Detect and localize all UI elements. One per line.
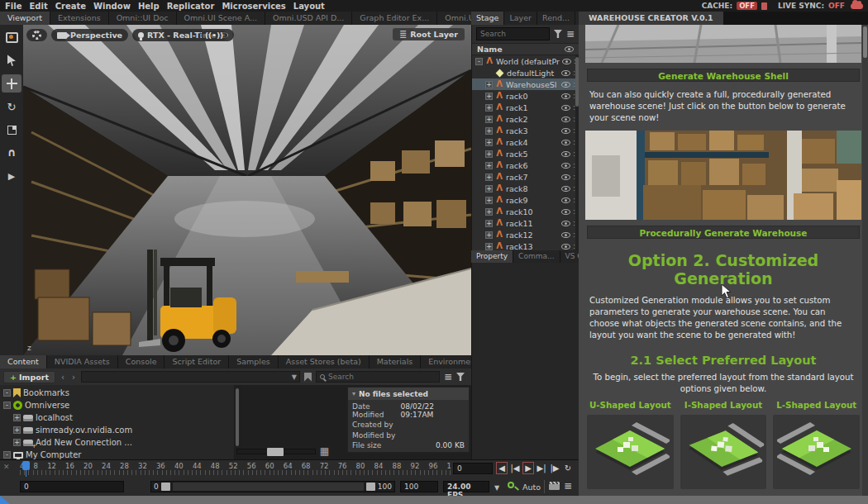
content-tab[interactable]: Materials [370, 355, 422, 368]
doc-tab[interactable]: Viewport [0, 12, 50, 25]
visibility-eye-icon[interactable] [562, 59, 571, 64]
visibility-eye-icon[interactable] [561, 151, 570, 157]
content-list-view-icon[interactable]: ≡ [444, 373, 452, 381]
creator-scroll-thumb[interactable] [863, 26, 867, 58]
viewport-3d[interactable]: Perspective RTX - Real-Time ((•)) ≣Root … [23, 25, 471, 355]
menu-item[interactable]: File [5, 2, 21, 11]
stage-tree-row[interactable]: + rack2 : [472, 113, 579, 125]
visibility-eye-icon[interactable] [561, 232, 570, 238]
stage-tree-row[interactable]: + rack4 : [472, 136, 579, 148]
expander-icon[interactable]: + [485, 220, 493, 227]
expander-icon[interactable]: - [3, 402, 11, 409]
icon-size-track[interactable] [236, 449, 316, 454]
stage-tree-row[interactable]: - World (defaultPr : [472, 55, 579, 67]
visibility-eye-icon[interactable] [561, 186, 570, 192]
stage-tree-row[interactable]: + rack0 : [472, 90, 579, 102]
procedurally-generate-warehouse-button[interactable]: Procedurally Generate Warehouse [587, 226, 860, 239]
grid-view-icon[interactable]: ▦ [320, 446, 329, 456]
stage-tree-row[interactable]: + rack1 : [472, 102, 579, 113]
expander-icon[interactable]: + [485, 162, 493, 169]
visibility-eye-icon[interactable] [561, 128, 570, 134]
expander-icon[interactable]: + [485, 150, 493, 158]
stage-tree-row[interactable]: defaultLight : [472, 67, 579, 78]
visibility-eye-icon[interactable] [561, 82, 570, 88]
range-end-handle[interactable] [366, 483, 375, 491]
chevron-down-icon[interactable]: ▼ [292, 373, 297, 381]
root-layer-button[interactable]: ≣Root Layer [393, 28, 465, 40]
expander-icon[interactable]: + [485, 139, 493, 146]
content-tree-row[interactable]: + simready.ov.nvidia.com [0, 424, 234, 436]
doc-tab[interactable]: Omni.UI Graph... [437, 12, 471, 25]
expander-icon[interactable]: + [485, 81, 493, 88]
content-tree-row[interactable]: - Omniverse [0, 399, 234, 411]
content-tree-scroll-thumb[interactable] [236, 388, 239, 446]
visibility-eye-icon[interactable] [561, 174, 570, 180]
menu-item[interactable]: Microservices [222, 2, 285, 11]
navigation-tool-button[interactable] [2, 28, 21, 46]
stage-tree-row[interactable]: + rack5 : [472, 148, 579, 159]
menu-item[interactable]: Window [93, 2, 131, 11]
content-tab[interactable]: Content [0, 355, 47, 368]
menu-item[interactable]: Edit [29, 2, 47, 11]
play-button[interactable]: ▶ [522, 462, 534, 474]
stage-tree-row[interactable]: + rack12 : [472, 229, 579, 240]
doc-tab[interactable]: Graph Editor Ex... [352, 12, 437, 25]
path-combo-box[interactable]: ▼ [81, 371, 300, 383]
content-tab[interactable]: Script Editor [165, 355, 229, 368]
stage-tree-row[interactable]: + WarehouseSl : [472, 78, 579, 90]
content-filter-icon[interactable] [456, 373, 465, 381]
go-to-end-button[interactable]: ▶| [536, 462, 547, 474]
content-tree-row[interactable]: + localhost [0, 411, 234, 424]
doc-tab[interactable]: Extensions [50, 12, 109, 25]
visibility-eye-icon[interactable] [561, 163, 570, 169]
timeline-close-icon[interactable]: ✕ [3, 463, 10, 471]
stage-tree-row[interactable]: + rack11 : [472, 217, 579, 229]
menu-item[interactable]: Replicator [167, 2, 215, 11]
back-arrow-button[interactable]: ‹ [60, 373, 66, 382]
icon-size-handle[interactable] [267, 448, 284, 456]
expander-icon[interactable]: + [485, 127, 493, 135]
generate-warehouse-shell-button[interactable]: Generate Warehouse Shell [587, 69, 860, 82]
timeline-ruler[interactable]: 4812162024283236404448525660646872768084… [20, 462, 451, 470]
go-to-start-button[interactable]: |◀ [509, 462, 521, 474]
expander-icon[interactable]: + [485, 243, 493, 250]
expander-icon[interactable]: + [485, 231, 493, 239]
menu-item[interactable]: Create [55, 2, 86, 11]
expander-icon[interactable]: + [485, 174, 493, 181]
content-tab[interactable]: Environments [421, 355, 471, 368]
content-tab[interactable]: Samples [229, 355, 279, 368]
file-details-header[interactable]: ▾No files selected [348, 388, 469, 400]
content-tab[interactable]: Asset Stores (beta) [279, 355, 370, 368]
viewport-settings-button[interactable] [26, 29, 47, 41]
play-tool-button[interactable]: ▶ [2, 167, 21, 185]
visibility-eye-icon[interactable] [561, 105, 570, 111]
visibility-eye-icon[interactable] [561, 93, 570, 99]
live-session-indicator[interactable]: ((•)) [201, 31, 227, 40]
content-tree-row[interactable]: + Add New Connection ... [0, 436, 234, 449]
menu-item[interactable]: Help [138, 2, 160, 11]
property-tab[interactable]: Property [471, 250, 513, 263]
fps-dropdown-arrow[interactable]: ▼ [491, 481, 503, 494]
filter-funnel-icon[interactable] [554, 30, 562, 38]
doc-tab[interactable]: Omni.UI Scene A... [177, 12, 266, 25]
expander-icon[interactable]: + [485, 93, 493, 100]
select-tool-button[interactable] [2, 51, 21, 69]
visibility-eye-icon[interactable] [561, 209, 570, 215]
visibility-eye-icon[interactable] [561, 70, 570, 76]
expander-icon[interactable]: + [485, 197, 493, 204]
live-sync-cloud-icon[interactable] [851, 3, 863, 9]
import-button[interactable]: +Import [3, 371, 55, 383]
doc-tab[interactable]: Omni.USD API D... [265, 12, 352, 25]
property-tab[interactable]: Comma... [513, 250, 560, 263]
visibility-eye-icon[interactable] [561, 140, 570, 145]
auto-key-icon[interactable] [508, 482, 514, 488]
expander-icon[interactable]: + [13, 439, 21, 446]
visibility-eye-icon[interactable] [561, 116, 570, 122]
range-start-handle[interactable] [161, 483, 170, 491]
playhead[interactable] [22, 461, 30, 470]
expander-icon[interactable]: + [13, 426, 21, 434]
creator-scrollbar[interactable] [862, 25, 868, 496]
fps-field[interactable]: 24.00 FPS [443, 481, 489, 492]
stage-tree-row[interactable]: + rack6 : [472, 159, 579, 171]
stage-tree-row[interactable]: + rack10 : [472, 206, 579, 217]
